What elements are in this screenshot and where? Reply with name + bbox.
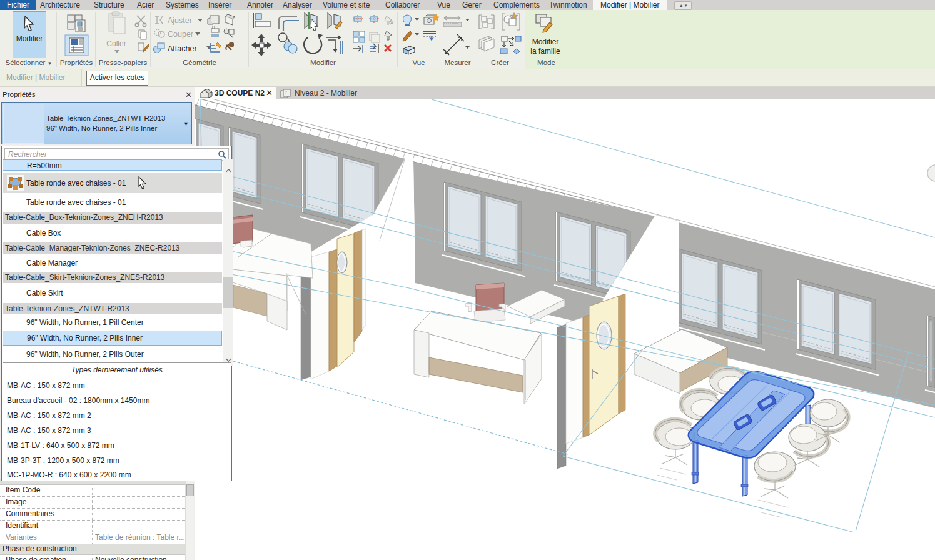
svg-text:la famille: la famille	[530, 47, 560, 56]
svg-text:Coller: Coller	[106, 39, 126, 48]
svg-text:Attacher: Attacher	[168, 44, 197, 53]
svg-text:Modifier: Modifier	[532, 38, 559, 46]
svg-text:Ajuster: Ajuster	[168, 16, 192, 25]
svg-text:Couper: Couper	[168, 30, 193, 39]
